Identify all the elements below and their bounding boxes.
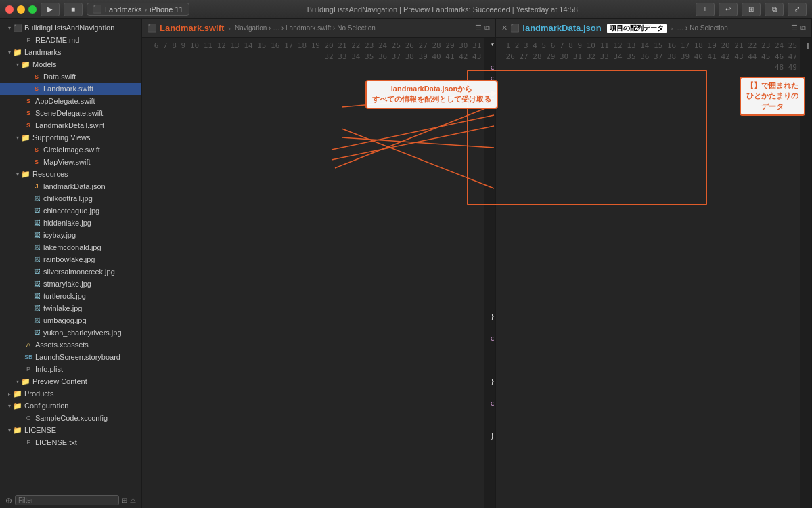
json-code-content[interactable]: [ { "name": "Turtle Rock", "category": "… (800, 38, 811, 508)
warning-icon[interactable]: ⚠ (130, 496, 136, 504)
sidebar-item-license-group[interactable]: ▾ 📁 LICENSE (0, 424, 141, 436)
sidebar-item-readme[interactable]: F README.md (0, 34, 141, 46)
swift-editor-header: ⬛ Landmark.swift › Navigation › … › Land… (142, 19, 495, 38)
file-icon: 🖼 (31, 230, 42, 240)
sidebar-label: twinlake.jpg (43, 304, 139, 312)
sidebar-item-data-swift[interactable]: S Data.swift (0, 70, 141, 83)
sidebar-item-lakemcdonald[interactable]: 🖼 lakemcdonald.jpg (0, 241, 141, 253)
filter-input[interactable] (15, 495, 119, 505)
sidebar-item-landmarkdata[interactable]: J landmarkData.json (0, 180, 141, 192)
sidebar-item-silversalmoncreek[interactable]: 🖼 silversalmoncreek.jpg (0, 266, 141, 278)
swift-code-content[interactable]: */ class="kw">import SwiftUI class="kw">… (484, 38, 495, 508)
swift-editor-panel: ⬛ Landmark.swift › Navigation › … › Land… (142, 19, 496, 508)
maximize-button[interactable] (28, 5, 37, 14)
sidebar-item-chincoteague[interactable]: 🖼 chincoteague.jpg (0, 205, 141, 217)
file-icon: S (31, 144, 42, 155)
sidebar-item-supporting[interactable]: ▾ 📁 Supporting Views (0, 131, 141, 144)
sidebar-item-landmarks[interactable]: ▾ 📁 Landmarks (0, 46, 141, 58)
sidebar-item-configuration[interactable]: ▾ 📁 Configuration (0, 400, 141, 412)
sidebar-label: LICENSE.txt (35, 438, 139, 446)
sidebar-item-license-txt[interactable]: F LICENSE.txt (0, 436, 141, 448)
file-icon: S (23, 120, 34, 131)
sidebar-item-umbagog[interactable]: 🖼 umbagog.jpg (0, 314, 141, 326)
file-icon: S (31, 71, 42, 82)
json-file-icon: ⬛ (510, 24, 520, 33)
file-icon: 📁 (12, 388, 23, 399)
sidebar-label: Assets.xcassets (35, 341, 139, 349)
sidebar-label: CircleImage.swift (43, 146, 139, 154)
sidebar-item-resources[interactable]: ▾ 📁 Resources (0, 168, 141, 180)
sidebar-item-appdelegate[interactable]: S AppDelegate.swift (0, 95, 141, 107)
file-icon: 🖼 (31, 315, 42, 326)
sidebar-item-models[interactable]: ▾ 📁 Models (0, 58, 141, 70)
sidebar-item-rainbowlake[interactable]: 🖼 rainbowlake.jpg (0, 253, 141, 266)
sidebar-item-yukon[interactable]: 🖼 yukon_charleyrivers.jpg (0, 326, 141, 339)
file-icon: 🖼 (31, 205, 42, 216)
sidebar-item-infoplist[interactable]: P Info.plist (0, 363, 141, 375)
json-filename: landmarkData.json (522, 23, 601, 33)
file-icon: S (31, 83, 42, 94)
file-icon: 📁 (12, 425, 23, 436)
file-icon: 🖼 (31, 291, 42, 301)
sidebar-item-landmark-swift[interactable]: S Landmark.swift (0, 83, 141, 95)
sidebar-item-twinlake[interactable]: 🖼 twinlake.jpg (0, 302, 141, 314)
sidebar-item-icybay[interactable]: 🖼 icybay.jpg (0, 229, 141, 241)
sidebar-item-launchscreen[interactable]: SB LaunchScreen.storyboard (0, 351, 141, 363)
sidebar-label: Landmark.swift (43, 85, 139, 93)
json-line-numbers: 1 2 3 4 5 6 7 8 9 10 11 12 13 14 15 16 1… (496, 38, 800, 508)
sidebar-label: Data.swift (43, 72, 139, 81)
file-icon: 📁 (12, 47, 23, 58)
sidebar-item-assets[interactable]: A Assets.xcassets (0, 339, 141, 351)
sidebar-item-stmarylake[interactable]: 🖼 stmarylake.jpg (0, 278, 141, 290)
sidebar-item-mapview[interactable]: S MapView.swift (0, 156, 141, 168)
file-icon: 🖼 (31, 217, 42, 228)
view-toggle-button[interactable]: ⊞ (742, 3, 761, 16)
editor-split-icon[interactable]: ⧉ (484, 24, 490, 33)
sidebar-item-circleimage[interactable]: S CircleImage.swift (0, 144, 141, 156)
sidebar-item-landmarkdetail[interactable]: S LandmarkDetail.swift (0, 119, 141, 131)
sidebar-item-building[interactable]: ▾ ⬛ BuildingListsAndNavigation (0, 22, 141, 34)
sidebar-label: stmarylake.jpg (43, 280, 139, 288)
file-icon: S (23, 96, 34, 106)
split-view-button[interactable]: ⧉ (765, 3, 784, 16)
fullscreen-button[interactable]: ⤢ (788, 3, 807, 16)
sidebar-item-previewcontent[interactable]: ▾ 📁 Preview Content (0, 375, 141, 387)
sidebar-label: SampleCode.xcconfig (35, 414, 139, 422)
json-close-icon[interactable]: ✕ (501, 24, 508, 33)
sidebar-label: chincoteague.jpg (43, 207, 139, 215)
sidebar-item-samplecode[interactable]: C SampleCode.xcconfig (0, 412, 141, 424)
json-editor-body: 1 2 3 4 5 6 7 8 9 10 11 12 13 14 15 16 1… (496, 38, 811, 508)
sidebar-item-turtlerock[interactable]: 🖼 turtlerock.jpg (0, 290, 141, 302)
sidebar-item-hiddenlake[interactable]: 🖼 hiddenlake.jpg (0, 217, 141, 229)
chevron-icon: ▾ (8, 403, 11, 409)
sort-icon[interactable]: ⊞ (122, 496, 127, 504)
nav-back-button[interactable]: ↩ (719, 3, 738, 16)
scheme-icon: ⬛ (93, 5, 102, 14)
json-split-icon[interactable]: ⧉ (800, 24, 806, 33)
swift-file-icon: ⬛ (148, 24, 157, 33)
add-tab-button[interactable]: + (696, 3, 715, 16)
chevron-icon: ▾ (8, 25, 11, 31)
sidebar-item-chilkoot[interactable]: 🖼 chilkoottrail.jpg (0, 192, 141, 205)
swift-editor-body: 6 7 8 9 10 11 12 13 14 15 16 17 18 19 20… (142, 38, 495, 508)
file-icon: 📁 (12, 400, 23, 411)
stop-button[interactable]: ■ (64, 3, 83, 16)
sidebar-item-scenedelegate[interactable]: S SceneDelegate.swift (0, 107, 141, 119)
sidebar-label: Preview Content (32, 377, 139, 385)
editor-menu-icon[interactable]: ☰ (475, 24, 482, 33)
file-icon: 📁 (20, 59, 31, 70)
chevron-icon: ▾ (8, 427, 11, 433)
sidebar-item-products[interactable]: ▸ 📁 Products (0, 387, 141, 400)
file-icon: 🖼 (31, 266, 42, 277)
play-button[interactable]: ▶ (41, 3, 60, 16)
close-button[interactable] (5, 5, 14, 14)
sidebar-label: Models (32, 60, 139, 68)
json-breadcrumb: … › No Selection (677, 24, 728, 32)
json-menu-icon[interactable]: ☰ (791, 24, 798, 33)
title-text: BuildingListsAndNavigation | Preview Lan… (307, 5, 578, 14)
sidebar-label: landmarkData.json (43, 182, 139, 190)
sidebar-label: turtlerock.jpg (43, 292, 139, 300)
file-icon: SB (23, 352, 34, 362)
minimize-button[interactable] (17, 5, 25, 14)
file-icon: S (23, 108, 34, 119)
